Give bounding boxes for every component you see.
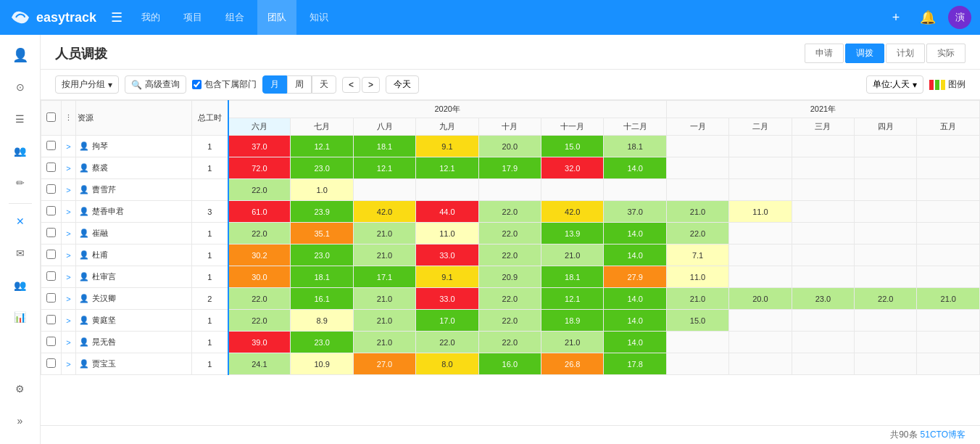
subdept-checkbox-wrapper[interactable]: 包含下属部门: [192, 78, 257, 91]
row-checkbox[interactable]: [46, 315, 56, 324]
unit-select[interactable]: 单位:人天 ▾: [866, 75, 923, 94]
footer: 共90条 51CTO博客: [41, 425, 980, 444]
table-row: >👤贾宝玉124.110.927.08.016.026.817.8: [41, 353, 980, 375]
row-month-cell: 21.0: [353, 244, 415, 266]
group-filter-select[interactable]: 按用户分组 ▾: [55, 75, 119, 94]
sidebar-item-avatar[interactable]: 👤: [6, 41, 35, 70]
row-month-cell: [855, 310, 917, 332]
row-month-cell: [792, 201, 854, 223]
row-month-cell: 23.0: [792, 288, 854, 310]
today-btn[interactable]: 今天: [386, 75, 419, 94]
row-checkbox[interactable]: [46, 184, 56, 194]
row-checkbox[interactable]: [46, 163, 56, 172]
row-expand-icon[interactable]: >: [62, 201, 76, 223]
row-expand-icon[interactable]: >: [62, 223, 76, 244]
sidebar-item-edit[interactable]: ✏: [6, 168, 35, 197]
table-row: >👤崔融122.035.121.011.022.013.914.022.0: [41, 223, 980, 244]
row-month-cell: [792, 310, 854, 332]
nav-team[interactable]: 团队: [257, 0, 296, 35]
bell-icon[interactable]: 🔔: [916, 6, 939, 29]
period-week[interactable]: 周: [287, 75, 312, 94]
table-row: >👤关汉卿222.016.121.033.022.012.114.021.020…: [41, 288, 980, 310]
sidebar-item-cross[interactable]: ✕: [6, 207, 35, 236]
menu-icon[interactable]: ☰: [105, 9, 128, 25]
sidebar-item-settings[interactable]: ⚙: [6, 374, 35, 403]
legend-icon: [929, 80, 945, 90]
app-logo[interactable]: easytrack: [9, 6, 96, 29]
avatar[interactable]: 演: [948, 6, 971, 29]
row-expand-icon[interactable]: >: [62, 353, 76, 375]
sidebar-item-users[interactable]: 👥: [6, 136, 35, 165]
row-expand-icon[interactable]: >: [62, 179, 76, 201]
person-icon: 👤: [79, 250, 89, 259]
sidebar-item-team[interactable]: 👥: [6, 271, 35, 300]
row-month-cell: 16.0: [478, 353, 541, 375]
tab-apply[interactable]: 申请: [805, 44, 844, 63]
row-checkbox[interactable]: [46, 337, 56, 346]
header-june: 六月: [228, 118, 291, 136]
row-month-cell: 17.8: [604, 353, 666, 375]
row-month-cell: [792, 136, 854, 157]
row-checkbox-cell: [41, 288, 62, 310]
select-all-checkbox[interactable]: [46, 112, 56, 122]
row-month-cell: [666, 332, 728, 353]
person-icon: 👤: [79, 359, 89, 368]
row-expand-icon[interactable]: >: [62, 157, 76, 179]
row-month-cell: 21.0: [541, 244, 604, 266]
tab-actual[interactable]: 实际: [926, 44, 966, 63]
row-month-cell: [855, 266, 917, 288]
next-btn[interactable]: >: [362, 77, 380, 93]
row-month-cell: 12.1: [416, 157, 478, 179]
prev-btn[interactable]: <: [342, 77, 360, 93]
row-checkbox[interactable]: [46, 206, 56, 215]
sidebar-item-list[interactable]: ☰: [6, 104, 35, 133]
sidebar-item-chart[interactable]: 📊: [6, 303, 35, 332]
row-checkbox[interactable]: [46, 293, 56, 303]
nav-portfolio[interactable]: 组合: [215, 0, 254, 35]
sidebar-item-mail[interactable]: ✉: [6, 239, 35, 268]
subdept-checkbox[interactable]: [192, 80, 202, 89]
row-checkbox-cell: [41, 201, 62, 223]
row-checkbox[interactable]: [46, 141, 56, 150]
row-expand-icon[interactable]: >: [62, 266, 76, 288]
page-tabs: 申请 调拨 计划 实际: [805, 44, 966, 63]
row-month-cell: 44.0: [416, 201, 478, 223]
row-checkbox[interactable]: [46, 271, 56, 281]
row-month-cell: [917, 136, 980, 157]
row-month-cell: 18.1: [291, 266, 353, 288]
row-expand-icon[interactable]: >: [62, 244, 76, 266]
row-checkbox-cell: [41, 157, 62, 179]
row-month-cell: [855, 201, 917, 223]
legend-btn[interactable]: 图例: [929, 78, 966, 91]
sidebar-item-expand[interactable]: »: [6, 406, 35, 435]
header-year-2020: 2020年: [228, 101, 667, 118]
row-total: 2: [192, 288, 228, 310]
row-month-cell: 18.1: [604, 136, 666, 157]
period-day[interactable]: 天: [312, 75, 336, 94]
row-expand-icon[interactable]: >: [62, 288, 76, 310]
row-checkbox[interactable]: [46, 228, 56, 237]
nav-my[interactable]: 我的: [131, 0, 170, 35]
gantt-table-container[interactable]: ⋮ 资源 总工时 2020年 2021年 六月 七月 八月: [41, 100, 980, 425]
row-resource-name: 👤楚香申君: [76, 201, 192, 223]
nav-knowledge[interactable]: 知识: [299, 0, 339, 35]
row-expand-icon[interactable]: >: [62, 332, 76, 353]
person-icon: 👤: [79, 185, 89, 194]
add-icon[interactable]: +: [884, 6, 908, 29]
tab-dispatch[interactable]: 调拨: [845, 44, 884, 63]
row-resource-name: 👤贾宝玉: [76, 353, 192, 375]
advanced-search-btn[interactable]: 🔍 高级查询: [125, 75, 186, 94]
row-expand-icon[interactable]: >: [62, 310, 76, 332]
row-checkbox[interactable]: [46, 250, 56, 259]
period-buttons: 月 周 天: [262, 75, 336, 94]
row-checkbox[interactable]: [46, 358, 56, 368]
period-month[interactable]: 月: [262, 75, 287, 94]
row-month-cell: 20.9: [478, 266, 541, 288]
row-expand-icon[interactable]: >: [62, 136, 76, 157]
nav-project[interactable]: 项目: [173, 0, 212, 35]
row-month-cell: 23.0: [291, 332, 353, 353]
row-month-cell: 22.0: [478, 223, 541, 244]
sidebar-item-dashboard[interactable]: ⊙: [6, 73, 35, 102]
tab-plan[interactable]: 计划: [886, 44, 925, 63]
footer-count: 共90条: [890, 429, 917, 441]
